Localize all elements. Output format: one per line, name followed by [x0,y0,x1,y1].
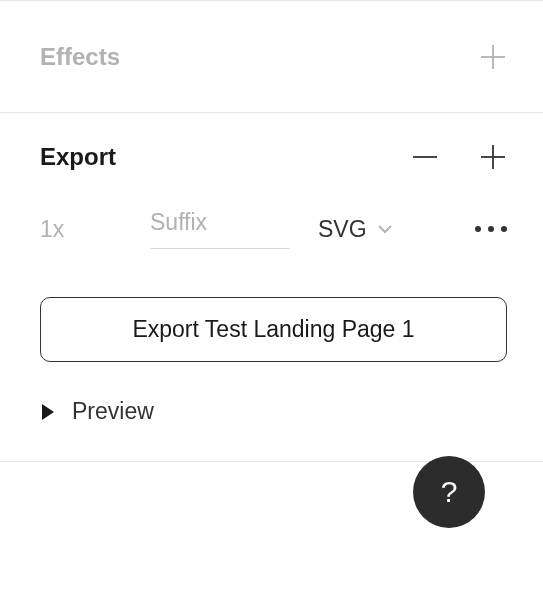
export-title: Export [40,143,116,171]
export-header-icons [411,143,507,171]
add-export-icon[interactable] [479,143,507,171]
format-select[interactable]: SVG [318,216,393,243]
remove-export-icon[interactable] [411,143,439,171]
scale-value[interactable]: 1x [40,216,150,243]
help-icon: ? [441,475,458,509]
more-options-icon[interactable] [475,218,507,240]
preview-label: Preview [72,398,154,425]
effects-title: Effects [40,43,120,71]
preview-toggle[interactable]: Preview [0,362,543,461]
format-value: SVG [318,216,367,243]
chevron-down-icon [377,224,393,234]
add-effect-icon[interactable] [479,43,507,71]
triangle-right-icon [42,404,54,420]
export-button[interactable]: Export Test Landing Page 1 [40,297,507,362]
effects-section: Effects [0,1,543,112]
help-button[interactable]: ? [413,456,485,528]
export-header: Export [0,113,543,171]
suffix-input[interactable] [150,209,290,249]
export-settings-row: 1x SVG [0,171,543,249]
